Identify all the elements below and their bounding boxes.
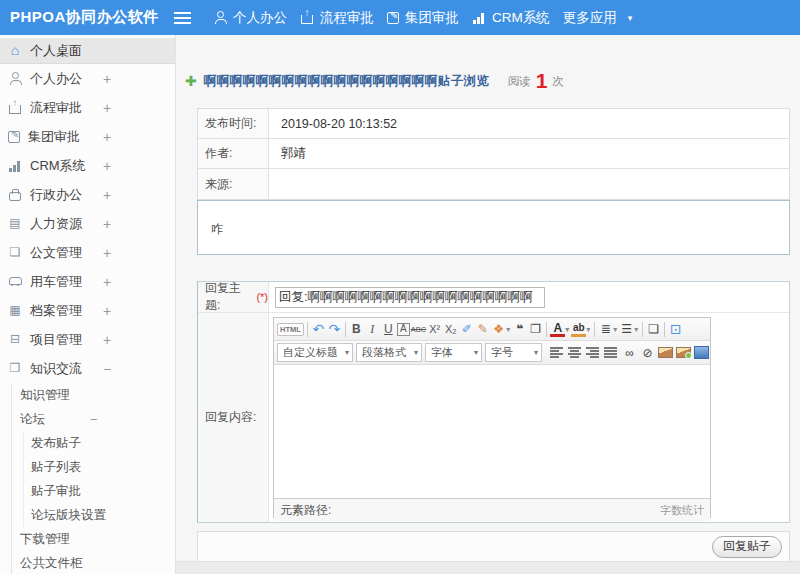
sidebar-item-group-approval[interactable]: 集团审批 + [0,122,175,151]
italic-icon[interactable]: I [365,320,380,338]
sidebar-item-public-file-cabinet[interactable]: 公共文件柜 [0,551,175,574]
font-family-select[interactable]: 字体 ▾ [425,343,482,362]
superscript-icon[interactable]: X² [427,320,442,338]
html-source-icon[interactable]: HTML [277,323,304,336]
read-label: 阅读 [508,74,531,89]
sidebar-item-knowledge-exchange[interactable]: 知识交流 − [0,354,175,383]
sidebar-item-admin-office[interactable]: 行政办公 + [0,180,175,209]
sidebar-item-download-mgmt[interactable]: 下载管理 [0,527,175,551]
expand-icon[interactable]: + [103,187,111,203]
word-count-button[interactable]: 字数统计 [660,503,704,518]
expand-icon[interactable]: + [103,245,111,261]
blockquote-icon[interactable]: ❝ [512,320,527,338]
caret-down-icon: ▾ [345,348,349,357]
ordered-list-icon[interactable]: ≣ [598,320,613,338]
paint-color-icon[interactable]: ❖ [491,320,506,338]
nav-group-approval[interactable]: 集团审批 [387,9,459,27]
sidebar-item-vehicle-mgmt[interactable]: 用车管理 + [0,267,175,296]
align-right-icon[interactable] [586,347,601,358]
strikethrough-icon[interactable]: ABC [411,320,426,338]
separator[interactable] [594,322,595,337]
caret-down-icon[interactable]: ▾ [505,320,511,338]
sidebar-item-document-mgmt[interactable]: 公文管理 + [0,238,175,267]
expand-icon[interactable]: + [103,129,111,145]
caret-down-icon: ▾ [628,13,633,23]
screenshot-icon[interactable] [676,347,691,358]
new-document-icon[interactable]: ❏ [646,320,661,338]
reply-submit-button[interactable]: 回复贴子 [712,536,782,558]
sidebar-item-hr[interactable]: 人力资源 + [0,209,175,238]
collapse-icon[interactable]: − [90,412,98,427]
align-center-icon[interactable] [568,347,583,358]
nav-workflow-approval[interactable]: 流程审批 [300,9,374,27]
expand-icon[interactable]: + [103,216,111,232]
expand-icon[interactable]: + [103,303,111,319]
caret-down-icon[interactable]: ▾ [633,320,639,338]
underline-icon[interactable]: U [381,320,396,338]
separator[interactable] [664,322,665,337]
expand-icon[interactable]: + [103,158,111,174]
sidebar: 个人桌面 个人办公 + 流程审批 + 集团审批 + CRM系统 + 行政办公 + [0,35,176,574]
expand-icon[interactable]: + [103,332,111,348]
collapse-icon[interactable]: − [103,361,111,377]
sidebar-item-knowledge-mgmt[interactable]: 知识管理 [0,383,175,407]
sidebar-item-post-approval[interactable]: 贴子审批 [0,479,175,503]
sidebar-item-archive-mgmt[interactable]: 档案管理 + [0,296,175,325]
editor-row2-icons: ∞⊘⊞ [550,344,710,362]
align-justify-icon[interactable] [604,347,619,358]
meta-label: 作者: [198,139,269,168]
eraser-icon[interactable]: ✐ [459,320,474,338]
nav-crm[interactable]: CRM系统 [472,9,550,27]
subscript-icon[interactable]: X₂ [443,320,458,338]
unordered-list-icon[interactable]: ☰ [619,320,634,338]
caret-down-icon[interactable]: ▾ [564,320,570,338]
separator[interactable] [307,322,308,337]
table-row: 发布时间: 2019-08-20 10:13:52 [198,109,789,139]
sidebar-menu: 个人办公 + 流程审批 + 集团审批 + CRM系统 + 行政办公 + 人力资源… [0,64,175,574]
sidebar-item-forum[interactable]: 论坛 − [0,407,175,431]
sidebar-item-forum-board-settings[interactable]: 论坛版块设置 [0,503,175,527]
unlink-icon[interactable]: ⊘ [640,344,655,362]
font-color-icon[interactable]: A [550,321,565,337]
editor-body[interactable] [274,365,710,498]
font-size-select[interactable]: 字号 ▾ [485,343,542,362]
link-icon[interactable]: ∞ [622,344,637,362]
sidebar-item-post-list[interactable]: 贴子列表 [0,455,175,479]
expand-icon[interactable]: + [103,71,111,87]
meta-value [269,169,281,199]
paste-text-icon[interactable]: ❐ [528,320,543,338]
sidebar-item-post-create[interactable]: 发布贴子 [0,431,175,455]
undo-icon[interactable]: ↶ [311,320,326,338]
separator[interactable] [642,322,643,337]
bold-icon[interactable]: B [349,320,364,338]
sidebar-item-project-mgmt[interactable]: 项目管理 + [0,325,175,354]
caret-down-icon[interactable]: ▾ [612,320,618,338]
heading-select[interactable]: 自定义标题 ▾ [277,343,353,362]
sidebar-item-crm[interactable]: CRM系统 + [0,151,175,180]
format-brush-icon[interactable]: ✎ [475,320,490,338]
app-logo[interactable]: PHPOA协同办公软件 [10,0,159,35]
image-icon[interactable] [658,347,673,358]
sidebar-item-workflow-approval[interactable]: 流程审批 + [0,93,175,122]
element-path-label: 元素路径: [280,502,331,519]
editor-toolbar-row1: HTML↶↷BIUAABCX²X₂✐✎❖▾❝❐A▾ab▾≣▾☰▾❏⊡ [274,318,710,341]
sidebar-item-personal-office[interactable]: 个人办公 + [0,64,175,93]
separator[interactable] [546,322,547,337]
nav-more-apps[interactable]: 更多应用 ▾ [563,9,633,27]
align-left-icon[interactable] [550,347,565,358]
menu-toggle-icon[interactable] [174,12,191,24]
caret-down-icon[interactable]: ▾ [585,320,591,338]
expand-icon[interactable]: + [103,274,111,290]
paragraph-format-select[interactable]: 段落格式 ▾ [356,343,422,362]
fullscreen-icon[interactable]: ⊡ [668,320,683,338]
sidebar-item-desktop[interactable]: 个人桌面 [0,38,175,64]
media-icon[interactable] [694,346,709,359]
separator[interactable] [345,322,346,337]
expand-icon[interactable]: + [103,100,111,116]
nav-personal-office[interactable]: 个人办公 [213,9,287,27]
redo-icon[interactable]: ↷ [327,320,342,338]
highlight-color-icon[interactable]: ab [571,321,586,337]
font-border-icon[interactable]: A [397,323,410,336]
reply-content-label: 回复内容: [198,313,269,522]
reply-subject-input[interactable] [275,287,545,308]
